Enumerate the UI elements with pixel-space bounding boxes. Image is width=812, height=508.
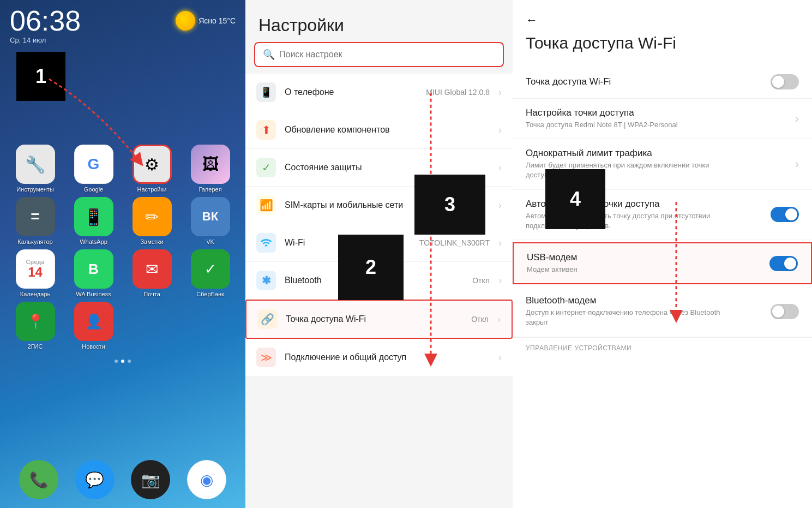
about-title: О телефоне	[285, 87, 417, 97]
hotspot-settings-title: Настройка точки доступа	[526, 107, 678, 118]
calendar-app[interactable]: Среда14 Календарь	[8, 249, 63, 297]
news-app[interactable]: 👤 Новости	[66, 302, 121, 350]
sim-icon: 📶	[256, 195, 276, 215]
calendar-icon: Среда14	[16, 249, 55, 289]
settings-panel-wrap: Настройки 🔍 📱 О телефоне MIUI Global 12.…	[245, 0, 513, 508]
connection-content: Подключение и общий доступ	[285, 352, 490, 362]
weather-icon	[176, 11, 195, 31]
hotspot-icon: 🔗	[257, 309, 277, 329]
mail-icon: ✉	[133, 249, 172, 289]
hotspot-traffic-title: Однократный лимит трафика	[526, 148, 733, 159]
search-input[interactable]	[279, 50, 495, 59]
hotspot-panel-wrap: ← Точка доступа Wi-Fi Точка доступа Wi-F…	[513, 0, 812, 508]
toggle-knob	[772, 76, 784, 88]
settings-item-hotspot[interactable]: 🔗 Точка доступа Wi-Fi Откл ›	[245, 300, 513, 339]
hotspot-bt-title: Bluetooth-модем	[526, 295, 733, 306]
about-content: О телефоне	[285, 87, 417, 97]
phone-dock[interactable]: 📞	[19, 460, 58, 499]
updates-content: Обновление компонентов	[285, 125, 490, 135]
hotspot-traffic-chevron: ›	[795, 157, 799, 171]
hotspot-wifi-toggle-item[interactable]: Точка доступа Wi-Fi	[513, 65, 812, 99]
whatsapp-app[interactable]: 📱 WhatsApp	[66, 197, 121, 245]
page-dots	[0, 360, 245, 363]
security-title: Состояние защиты	[285, 163, 490, 172]
hotspot-usb-content: USB-модем Модем активен	[527, 252, 578, 274]
settings-icon: ⚙	[133, 145, 172, 184]
wifi-value: TOTOLINK_N300RT	[419, 238, 490, 247]
messages-icon: 💬	[75, 460, 115, 499]
hotspot-chevron: ›	[497, 314, 501, 325]
step-2-box: 2	[338, 235, 404, 300]
notes-app[interactable]: ✏ Заметки	[124, 197, 179, 245]
hotspot-wifi-toggle[interactable]	[771, 74, 799, 89]
инструменты-label: Инструменты	[16, 186, 54, 193]
camera-dock[interactable]: 📷	[131, 460, 170, 499]
settings-search-box[interactable]: 🔍	[254, 42, 504, 67]
hotspot-settings-sub: Точка доступа Redmi Note 8T | WPA2-Perso…	[526, 120, 678, 130]
whatsapp-icon: 📱	[74, 197, 113, 236]
sberbank-label: СберБанк	[196, 291, 224, 297]
sim-chevron: ›	[498, 200, 502, 211]
hotspot-bt-item[interactable]: Bluetooth-модем Доступ к интернет-подклю…	[513, 286, 812, 337]
app-grid-row2: = Калькулятор 📱 WhatsApp ✏ Заметки ВК VK	[0, 197, 245, 245]
security-content: Состояние защиты	[285, 163, 490, 172]
hotspot-usb-title: USB-модем	[527, 252, 578, 263]
hotspot-usb-item[interactable]: USB-модем Модем активен	[513, 242, 812, 284]
step-4-box: 4	[545, 169, 605, 229]
connection-title: Подключение и общий доступ	[285, 352, 490, 362]
settings-item-updates[interactable]: ⬆ Обновление компонентов ›	[245, 111, 513, 149]
updates-icon: ⬆	[256, 120, 276, 140]
vk-app[interactable]: ВК VK	[183, 197, 238, 245]
bluetooth-value: Откл	[472, 276, 490, 285]
calculator-icon: =	[16, 197, 55, 236]
mail-label: Почта	[143, 291, 160, 297]
about-icon: 📱	[256, 82, 276, 102]
notes-label: Заметки	[140, 238, 163, 245]
sberbank-app[interactable]: ✓ СберБанк	[183, 249, 238, 297]
chrome-icon: ◉	[187, 460, 226, 499]
back-button[interactable]: ←	[513, 9, 812, 27]
google-app[interactable]: G Google	[66, 145, 121, 193]
2gis-app[interactable]: 📍 2ГИС	[8, 302, 63, 350]
bt-toggle-knob	[772, 306, 784, 318]
updates-chevron: ›	[498, 124, 502, 136]
calculator-app[interactable]: = Калькулятор	[8, 197, 63, 245]
hotspot-value: Откл	[471, 315, 489, 324]
settings-item-about[interactable]: 📱 О телефоне MIUI Global 12.0.8 ›	[245, 74, 513, 111]
weather-text: Ясно 15°C	[199, 16, 236, 25]
hotspot-bt-sub: Доступ к интернет-подключению телефона ч…	[526, 308, 733, 327]
gallery-app[interactable]: 🖼 Галерея	[183, 145, 238, 193]
hotspot-content: Точка доступа Wi-Fi	[286, 314, 462, 324]
messages-dock[interactable]: 💬	[75, 460, 115, 499]
hotspot-settings-chevron: ›	[795, 112, 799, 126]
hotspot-settings-item[interactable]: Настройка точки доступа Точка доступа Re…	[513, 99, 812, 139]
autooff-toggle-knob	[785, 208, 797, 220]
hotspot-autooff-toggle[interactable]	[771, 207, 799, 222]
status-bar: 06:38 Ср, 14 июл Ясно 15°C	[0, 0, 245, 46]
phone-icon: 📞	[19, 460, 58, 499]
wabusiness-label: WA Business	[76, 291, 111, 297]
clock: 06:38	[10, 7, 81, 35]
hotspot-usb-toggle[interactable]	[769, 256, 798, 271]
инструменты-app[interactable]: 🔧 Инструменты	[8, 145, 63, 193]
2gis-icon: 📍	[16, 302, 55, 341]
updates-title: Обновление компонентов	[285, 125, 490, 135]
sberbank-icon: ✓	[191, 249, 230, 289]
wabusiness-icon: B	[74, 249, 113, 289]
hotspot-title: Точка доступа Wi-Fi	[286, 314, 462, 324]
hotspot-panel: ← Точка доступа Wi-Fi Точка доступа Wi-F…	[513, 0, 812, 508]
connection-icon: ≫	[256, 348, 276, 367]
chrome-dock[interactable]: ◉	[187, 460, 226, 499]
settings-item-connection[interactable]: ≫ Подключение и общий доступ ›	[245, 339, 513, 376]
hotspot-wifi-toggle-content: Точка доступа Wi-Fi	[526, 76, 611, 87]
settings-app[interactable]: ⚙ Настройки	[124, 145, 179, 193]
wabusiness-app[interactable]: B WA Business	[66, 249, 121, 297]
mail-app[interactable]: ✉ Почта	[124, 249, 179, 297]
connection-chevron: ›	[498, 352, 502, 363]
wifi-chevron: ›	[498, 237, 502, 249]
dot-2	[121, 360, 124, 363]
hotspot-bt-toggle[interactable]	[771, 304, 799, 319]
home-screen: 06:38 Ср, 14 июл Ясно 15°C 1 🔧 Инструмен…	[0, 0, 245, 508]
bluetooth-chevron: ›	[498, 275, 502, 286]
hotspot-page-title: Точка доступа Wi-Fi	[513, 27, 812, 65]
